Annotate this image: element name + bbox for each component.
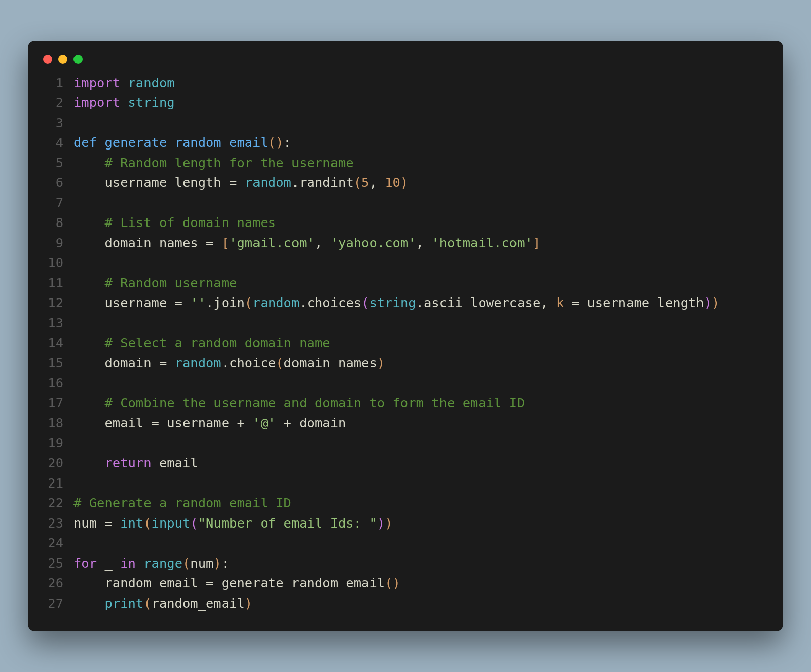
line-number: 23 — [38, 513, 73, 534]
token: '@' — [252, 415, 276, 430]
token: ascii_lowercase — [424, 295, 540, 310]
token: . — [416, 295, 424, 310]
token: username — [167, 415, 229, 430]
token: username_length — [587, 295, 704, 310]
line-content — [73, 433, 81, 454]
code-line: 14 # Select a random domain name — [38, 333, 766, 353]
token — [73, 275, 104, 290]
token: ( — [385, 575, 392, 590]
token — [113, 555, 120, 571]
token: ) — [377, 515, 385, 531]
token: random_email — [104, 575, 198, 590]
token: choices — [307, 295, 361, 310]
line-content: email = username + '@' + domain — [73, 413, 346, 433]
line-number: 2 — [38, 93, 73, 113]
token: range — [143, 555, 182, 571]
token — [73, 415, 104, 430]
token — [73, 215, 104, 230]
token: . — [291, 175, 299, 190]
line-content: # List of domain names — [73, 213, 276, 233]
minimize-icon[interactable] — [58, 55, 67, 64]
token: input — [152, 515, 191, 531]
code-line: 26 random_email = generate_random_email(… — [38, 573, 766, 593]
line-number: 11 — [38, 273, 73, 293]
line-number: 3 — [38, 113, 73, 133]
line-number: 24 — [38, 533, 73, 553]
token: + — [229, 415, 252, 430]
token: domain_names — [104, 235, 198, 250]
token: return — [104, 455, 151, 470]
line-number: 6 — [38, 173, 73, 193]
token: def — [73, 135, 97, 150]
token: = — [152, 355, 175, 370]
line-number: 9 — [38, 233, 73, 253]
token: domain — [104, 355, 151, 370]
token: for — [73, 555, 97, 571]
code-line: 5 # Random length for the username — [38, 153, 766, 173]
line-content: for _ in range(num): — [73, 553, 229, 574]
close-icon[interactable] — [43, 55, 52, 64]
code-line: 22# Generate a random email ID — [38, 493, 766, 513]
token: , — [315, 235, 330, 250]
token: = — [143, 415, 167, 430]
token: random — [175, 355, 222, 370]
token: ) — [392, 575, 400, 590]
token: # List of domain names — [104, 215, 276, 230]
token: ) — [385, 515, 392, 531]
line-content: # Random username — [73, 273, 237, 293]
line-content: return email — [73, 453, 198, 473]
token: ) — [245, 595, 252, 611]
code-line: 4def generate_random_email(): — [38, 133, 766, 153]
token: = — [198, 235, 222, 250]
token — [73, 295, 104, 310]
token: # Generate a random email ID — [73, 495, 291, 510]
code-line: 19 — [38, 433, 766, 454]
token: = — [167, 295, 190, 310]
token: = — [198, 575, 222, 590]
token: ( — [268, 135, 276, 150]
token: num — [73, 515, 97, 531]
token: random — [252, 295, 299, 310]
line-content: domain_names = ['gmail.com', 'yahoo.com'… — [73, 233, 540, 253]
token — [97, 555, 104, 571]
maximize-icon[interactable] — [73, 55, 83, 64]
code-line: 11 # Random username — [38, 273, 766, 293]
window-titlebar — [38, 55, 766, 73]
token — [120, 75, 128, 90]
line-content: import string — [73, 93, 175, 113]
token: # Random username — [104, 275, 237, 290]
token — [73, 235, 104, 250]
token — [73, 355, 104, 370]
token: "Number of email Ids: " — [198, 515, 377, 531]
token: generate_random_email — [222, 575, 385, 590]
token — [152, 455, 159, 470]
code-line: 10 — [38, 253, 766, 273]
token: ( — [276, 355, 283, 370]
token — [120, 95, 128, 110]
line-number: 12 — [38, 293, 73, 313]
code-line: 21 — [38, 473, 766, 494]
code-block: 1import random2import string3 4def gener… — [38, 73, 766, 614]
line-content — [73, 533, 81, 553]
line-number: 15 — [38, 353, 73, 374]
line-content — [73, 193, 81, 213]
token: random_email — [152, 595, 245, 611]
token: , — [369, 175, 385, 190]
line-content: random_email = generate_random_email() — [73, 573, 400, 593]
code-line: 23num = int(input("Number of email Ids: … — [38, 513, 766, 534]
token — [73, 455, 104, 470]
line-number: 20 — [38, 453, 73, 473]
code-line: 18 email = username + '@' + domain — [38, 413, 766, 433]
line-number: 8 — [38, 213, 73, 233]
code-line: 12 username = ''.join(random.choices(str… — [38, 293, 766, 313]
token: random — [128, 75, 174, 90]
token: . — [222, 355, 229, 370]
code-line: 2import string — [38, 93, 766, 113]
token: num — [190, 555, 213, 571]
line-number: 4 — [38, 133, 73, 153]
token: _ — [104, 555, 112, 571]
token — [73, 595, 104, 611]
token: . — [299, 295, 307, 310]
token: print — [104, 595, 143, 611]
line-number: 18 — [38, 413, 73, 433]
